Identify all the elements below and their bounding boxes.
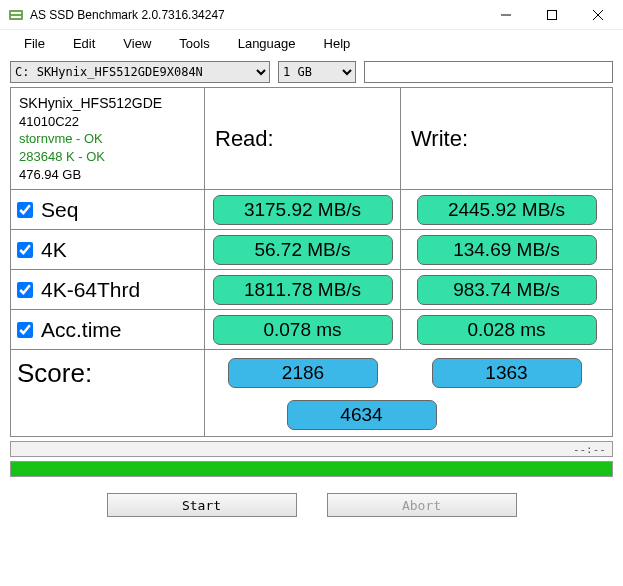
checkbox-acc[interactable]: [17, 322, 33, 338]
fourk-write: 134.69 MB/s: [417, 235, 597, 265]
drive-info: SKHynix_HFS512GDE 41010C22 stornvme - OK…: [11, 88, 205, 189]
menubar: File Edit View Tools Language Help: [0, 30, 623, 57]
svg-rect-4: [548, 10, 557, 19]
minimize-button[interactable]: [483, 0, 529, 30]
score-label: Score:: [11, 350, 205, 396]
maximize-button[interactable]: [529, 0, 575, 30]
row-seq: Seq: [11, 190, 205, 229]
menu-language[interactable]: Language: [224, 32, 310, 55]
menu-view[interactable]: View: [109, 32, 165, 55]
seq-write: 2445.92 MB/s: [417, 195, 597, 225]
row-4k: 4K: [11, 230, 205, 269]
close-button[interactable]: [575, 0, 621, 30]
fourk-read: 56.72 MB/s: [213, 235, 393, 265]
fourk64-write: 983.74 MB/s: [417, 275, 597, 305]
alignment-status: 283648 K - OK: [19, 148, 105, 166]
drive-select[interactable]: C: SKHynix_HFS512GDE9X084N: [10, 61, 270, 83]
svg-rect-1: [11, 12, 21, 14]
drive-name: SKHynix_HFS512GDE: [19, 94, 162, 113]
acc-write: 0.028 ms: [417, 315, 597, 345]
score-write: 1363: [432, 358, 582, 388]
size-select[interactable]: 1 GB: [278, 61, 356, 83]
svg-rect-0: [9, 10, 23, 20]
capacity: 476.94 GB: [19, 166, 81, 184]
progress-bar-1: --:--: [10, 441, 613, 457]
results-grid: SKHynix_HFS512GDE 41010C22 stornvme - OK…: [10, 87, 613, 437]
menu-file[interactable]: File: [10, 32, 59, 55]
start-button[interactable]: Start: [107, 493, 297, 517]
checkbox-4k64[interactable]: [17, 282, 33, 298]
score-read: 2186: [228, 358, 378, 388]
menu-tools[interactable]: Tools: [165, 32, 223, 55]
row-acc: Acc.time: [11, 310, 205, 349]
fourk64-read: 1811.78 MB/s: [213, 275, 393, 305]
score-total: 4634: [287, 400, 437, 430]
driver-status: stornvme - OK: [19, 130, 103, 148]
menu-help[interactable]: Help: [310, 32, 365, 55]
acc-read: 0.078 ms: [213, 315, 393, 345]
abort-button[interactable]: Abort: [327, 493, 517, 517]
firmware: 41010C22: [19, 113, 79, 131]
checkbox-seq[interactable]: [17, 202, 33, 218]
seq-read: 3175.92 MB/s: [213, 195, 393, 225]
progress-bar-2: [10, 461, 613, 477]
window-title: AS SSD Benchmark 2.0.7316.34247: [30, 8, 483, 22]
filter-input[interactable]: [364, 61, 613, 83]
menu-edit[interactable]: Edit: [59, 32, 109, 55]
header-read: Read:: [205, 88, 401, 189]
svg-rect-2: [11, 16, 21, 18]
row-4k64: 4K-64Thrd: [11, 270, 205, 309]
header-write: Write:: [401, 88, 612, 189]
app-icon: [8, 7, 24, 23]
checkbox-4k[interactable]: [17, 242, 33, 258]
